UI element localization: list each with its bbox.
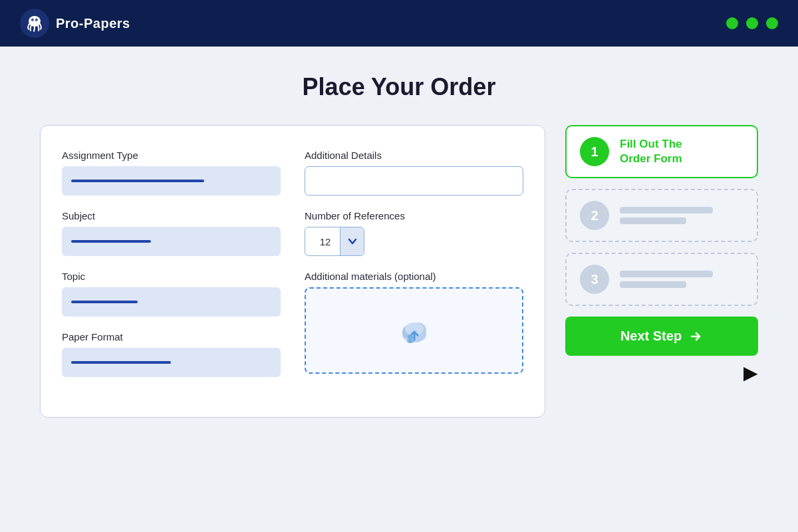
- paper-format-bar: [71, 361, 171, 364]
- additional-materials-label: Additional materials (optional): [305, 271, 523, 282]
- assignment-type-field[interactable]: [62, 166, 281, 196]
- subject-label: Subject: [62, 210, 281, 221]
- additional-details-input[interactable]: [305, 166, 523, 196]
- references-value: 12: [305, 236, 340, 247]
- order-form-card: Assignment Type Subject Topic: [40, 125, 545, 418]
- assignment-type-label: Assignment Type: [62, 150, 281, 161]
- subject-field[interactable]: [62, 227, 281, 256]
- step-2-number: 2: [580, 201, 609, 230]
- svg-point-5: [37, 20, 38, 21]
- topic-bar: [71, 301, 138, 303]
- page-title: Place Your Order: [40, 73, 758, 101]
- step-2-line-2: [620, 217, 686, 224]
- arrow-right-icon: [688, 329, 703, 344]
- paper-format-label: Paper Format: [62, 331, 281, 342]
- assignment-type-bar: [71, 180, 204, 182]
- header: Pro-Papers: [0, 0, 798, 47]
- topic-group: Topic: [62, 271, 281, 317]
- step-1-title: Fill Out TheOrder Form: [620, 137, 743, 166]
- header-dot-3: [766, 17, 778, 29]
- topic-field[interactable]: [62, 287, 281, 317]
- step-3-number: 3: [580, 265, 609, 294]
- step-2-line-1: [620, 207, 713, 213]
- references-label: Number of References: [305, 210, 523, 221]
- additional-materials-group: Additional materials (optional): [305, 271, 523, 374]
- form-right-column: Additional Details Number of References …: [305, 150, 523, 377]
- subject-bar: [71, 240, 151, 243]
- svg-point-10: [408, 334, 413, 340]
- additional-details-group: Additional Details: [305, 150, 523, 196]
- chevron-down-icon: [348, 238, 357, 245]
- cursor-indicator: ▶: [565, 364, 758, 382]
- paper-format-field[interactable]: [62, 348, 281, 377]
- logo[interactable]: Pro-Papers: [20, 9, 130, 38]
- references-group: Number of References 12: [305, 210, 523, 256]
- paper-format-group: Paper Format: [62, 331, 281, 377]
- step-2-card: 2: [565, 189, 758, 242]
- next-step-button[interactable]: Next Step: [565, 317, 758, 356]
- cloud-upload-icon: [396, 312, 433, 349]
- svg-point-1: [29, 16, 41, 27]
- svg-point-11: [407, 339, 414, 343]
- topic-label: Topic: [62, 271, 281, 282]
- form-left-column: Assignment Type Subject Topic: [62, 150, 281, 377]
- steps-sidebar: 1 Fill Out TheOrder Form 2 3: [565, 125, 758, 382]
- step-3-text: [620, 271, 743, 288]
- logo-text: Pro-Papers: [56, 16, 130, 31]
- additional-details-label: Additional Details: [305, 150, 523, 161]
- step-1-number: 1: [580, 137, 609, 166]
- octopus-icon: [20, 9, 49, 38]
- step-3-card: 3: [565, 253, 758, 306]
- step-3-line-1: [620, 271, 713, 277]
- content-row: Assignment Type Subject Topic: [40, 125, 758, 418]
- main-content: Place Your Order Assignment Type Subject: [0, 47, 798, 444]
- upload-area[interactable]: [305, 287, 523, 374]
- subject-group: Subject: [62, 210, 281, 256]
- header-dots: [726, 17, 778, 29]
- assignment-type-group: Assignment Type: [62, 150, 281, 196]
- step-2-text: [620, 207, 743, 224]
- references-dropdown-btn[interactable]: [340, 227, 364, 255]
- step-1-card: 1 Fill Out TheOrder Form: [565, 125, 758, 178]
- svg-point-4: [33, 20, 34, 21]
- header-dot-2: [746, 17, 758, 29]
- next-step-label: Next Step: [620, 329, 682, 344]
- step-3-line-2: [620, 281, 686, 288]
- header-dot-1: [726, 17, 738, 29]
- step-1-text: Fill Out TheOrder Form: [620, 137, 743, 166]
- form-columns: Assignment Type Subject Topic: [62, 150, 523, 377]
- references-select[interactable]: 12: [305, 227, 364, 256]
